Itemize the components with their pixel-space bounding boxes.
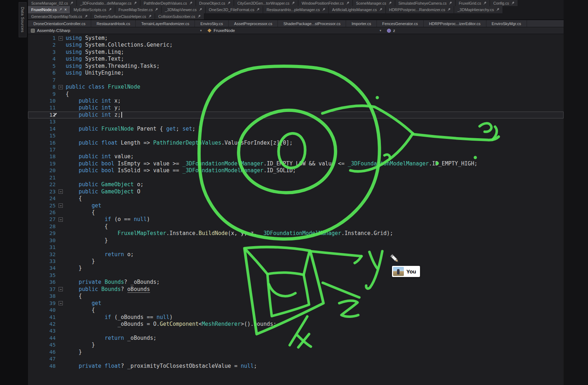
code-line-43[interactable]: 43: [28, 328, 564, 334]
pin-icon[interactable]: [83, 14, 88, 19]
code-line-44[interactable]: 44 return _oBounds;: [28, 335, 564, 342]
editor-tab-3dmapviewer-cs[interactable]: _3DMapViewer.cs: [162, 6, 205, 13]
data-sources-tool-tab[interactable]: Data Sources: [19, 2, 27, 37]
code-line-29[interactable]: 29 FruxelMapTester.Instance.BuildNode(x,…: [28, 230, 564, 237]
pin-icon[interactable]: [188, 0, 193, 5]
pin-icon[interactable]: [132, 0, 137, 5]
collapse-region-icon[interactable]: −: [59, 85, 63, 89]
pin-icon[interactable]: [321, 7, 326, 12]
editor-tab-generator2exportmaptools-cs[interactable]: Generator2ExportMapTools.cs: [28, 13, 91, 19]
pin-icon[interactable]: [345, 0, 350, 5]
pin-icon[interactable]: [107, 7, 112, 12]
code-line-7[interactable]: 7: [28, 77, 564, 84]
file-tab-importer-cs[interactable]: Importer.cs: [346, 20, 377, 27]
pin-icon[interactable]: [378, 7, 383, 12]
editor-tab-collisionsubscriber-cs[interactable]: CollisionSubscriber.cs: [155, 13, 204, 19]
editor-tab-myeditorscripts-cs[interactable]: MyEditorScripts.cs: [70, 6, 115, 13]
code-line-24[interactable]: 24 {: [28, 195, 564, 202]
code-line-45[interactable]: 45 }: [28, 342, 564, 348]
pin-icon[interactable]: [255, 7, 260, 12]
code-line-13[interactable]: 13: [28, 118, 564, 125]
editor-tab-scenemanager-cs[interactable]: SceneManager.cs: [353, 0, 395, 6]
code-line-11[interactable]: 11 public int y;: [28, 104, 564, 111]
collapse-region-icon[interactable]: −: [59, 217, 63, 222]
code-line-31[interactable]: 31: [28, 244, 564, 251]
code-line-26[interactable]: 26 {: [28, 209, 564, 216]
code-line-2[interactable]: 2using System.Collections.Generic;: [28, 42, 564, 48]
code-line-28[interactable]: 28 {: [28, 223, 564, 230]
close-icon[interactable]: ×: [64, 8, 67, 12]
pin-icon[interactable]: [510, 0, 515, 5]
code-line-12[interactable]: 12 public int z;: [28, 112, 564, 118]
collapse-region-icon[interactable]: −: [59, 301, 63, 305]
file-tab-shaderpackage-stprocessor-cs[interactable]: ShaderPackage...stProcessor.cs: [278, 20, 346, 27]
pin-icon[interactable]: [198, 7, 203, 12]
pin-icon[interactable]: [69, 0, 74, 5]
editor-tab-scenemanager-02-cs[interactable]: SceneManager_02.cs: [28, 0, 77, 6]
pin-icon[interactable]: [154, 7, 159, 12]
file-tab-restauranthook-cs[interactable]: RestaurantHook.cs: [91, 20, 136, 27]
pin-icon[interactable]: [58, 7, 63, 12]
code-line-34[interactable]: 34 }: [28, 265, 564, 272]
type-dropdown[interactable]: FruxelNode ▾: [205, 27, 384, 34]
code-line-18[interactable]: 18 public int value;: [28, 153, 564, 160]
code-line-40[interactable]: 40 {: [28, 307, 564, 314]
pin-icon[interactable]: [446, 7, 451, 12]
editor-tab-config-cs[interactable]: Config.cs: [490, 0, 518, 6]
pin-icon[interactable]: [482, 0, 487, 5]
code-line-39[interactable]: 39− get: [28, 300, 564, 307]
code-line-20[interactable]: 20 public bool IsSolid => value == _3DFo…: [28, 167, 564, 174]
code-line-33[interactable]: 33 }: [28, 258, 564, 265]
code-line-37[interactable]: 37− public Bounds? oBounds: [28, 286, 564, 293]
file-tab-fencesgenerator-cs[interactable]: FencesGenerator.cs: [377, 20, 424, 27]
code-line-5[interactable]: 5using System.Threading.Tasks;: [28, 63, 564, 70]
editor-tab-hdrppostproc-randomizer-cs[interactable]: HDRPPostproc...Randomizer.cs: [386, 6, 454, 13]
code-line-16[interactable]: 16 public float Length => PathfinderDept…: [28, 140, 564, 146]
code-line-42[interactable]: 42 _oBounds = O.GetComponent<MeshRendere…: [28, 321, 564, 328]
editor-tab-artificiallightsmanager-cs[interactable]: ArtificialLightsManager.cs: [329, 6, 386, 13]
editor-tab-pathfinderdepthvalues-cs[interactable]: PathfinderDepthValues.cs: [140, 0, 196, 6]
code-line-9[interactable]: 9{: [28, 91, 564, 98]
editor-tab-fruxelnode-cs[interactable]: FruxelNode.cs×: [28, 6, 70, 13]
file-tab-droneorientationcontroller-cs[interactable]: DroneOrientationController.cs: [28, 20, 91, 27]
editor-tab-fruxelgrid-cs[interactable]: FruxelGrid.cs: [456, 0, 490, 6]
file-tab-terrainlayerrandomizer-cs[interactable]: TerrainLayerRandomizer.cs: [136, 20, 195, 27]
editor-tab-restaurantho-plemanager-cs[interactable]: RestaurantHo...pleManager.cs: [263, 6, 329, 13]
file-tab-hdrppostproc-izereditor-cs[interactable]: HDRPPostproc...izerEditor.cs: [424, 20, 486, 27]
code-line-10[interactable]: 10 public int x;: [28, 98, 564, 104]
file-tab-envirosky-cs[interactable]: EnviroSky.cs: [195, 20, 229, 27]
code-line-3[interactable]: 3using System.Linq;: [28, 49, 564, 56]
file-tab-enviroskymgr-cs[interactable]: EnviroSkyMgr.cs: [486, 20, 527, 27]
pin-icon[interactable]: [290, 0, 295, 5]
code-line-22[interactable]: 22 public GameObject o;: [28, 181, 564, 188]
pin-icon[interactable]: [196, 14, 201, 19]
code-line-48[interactable]: 48 private float? _proximityToClosestObs…: [28, 363, 564, 370]
code-line-23[interactable]: 23− public GameObject O: [28, 188, 564, 195]
code-line-15[interactable]: 15: [28, 132, 564, 139]
code-line-46[interactable]: 46 }: [28, 349, 564, 356]
pin-icon[interactable]: [147, 14, 152, 19]
pin-icon[interactable]: [495, 7, 500, 12]
code-editor[interactable]: 1−using System;2using System.Collections…: [28, 34, 564, 385]
editor-tab-onesec3d-fileformat-cs[interactable]: OneSec3D_FileFormat.cs: [206, 6, 263, 13]
editor-tab-droneobject-cs[interactable]: DroneObject.cs: [196, 0, 234, 6]
editor-tab-citygen3dgen-torwrapper-cs[interactable]: CityGen3DGen...torWrapper.cs: [234, 0, 298, 6]
code-line-41[interactable]: 41 if (_oBounds == null): [28, 314, 564, 321]
editor-tab-windowpositionfinder-cs[interactable]: WindowPositionFinder.cs: [298, 0, 353, 6]
editor-tab-simulatedfisheyecamera-cs[interactable]: SimulatedFisheyeCamera.cs: [395, 0, 456, 6]
code-line-27[interactable]: 27− if (o == null): [28, 216, 564, 223]
code-line-8[interactable]: 8−public class FruxelNode: [28, 84, 564, 90]
code-line-17[interactable]: 17: [28, 146, 564, 153]
code-line-1[interactable]: 1−using System;: [28, 35, 564, 42]
code-line-14[interactable]: 14 public FruxelNode Parent { get; set; …: [28, 126, 564, 132]
collapse-region-icon[interactable]: −: [59, 287, 63, 291]
member-dropdown[interactable]: z: [384, 27, 564, 34]
pin-icon[interactable]: [387, 0, 392, 5]
code-line-35[interactable]: 35: [28, 272, 564, 279]
code-line-4[interactable]: 4using System.Text;: [28, 56, 564, 62]
code-line-38[interactable]: 38 {: [28, 293, 564, 300]
file-tab-assetpreprocessor-cs[interactable]: AssetPreprocessor.cs: [229, 20, 278, 27]
editor-tab-3dmaphierarchy-cs[interactable]: _3DMapHierarchy.cs: [454, 6, 503, 13]
collapse-region-icon[interactable]: −: [59, 203, 63, 208]
pin-icon[interactable]: [448, 0, 453, 5]
